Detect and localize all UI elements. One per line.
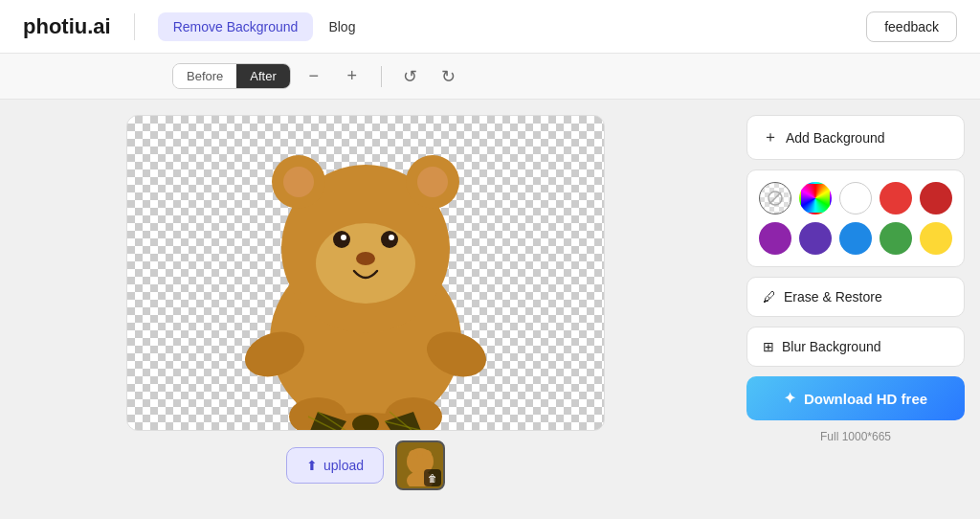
blur-icon: ⊞	[763, 339, 774, 354]
zoom-in-button[interactable]: +	[337, 61, 368, 92]
remove-background-button[interactable]: Remove Background	[158, 12, 314, 41]
color-green-swatch[interactable]	[880, 222, 912, 255]
color-white-swatch[interactable]	[839, 182, 872, 214]
trash-icon: 🗑	[428, 473, 437, 484]
color-purple-swatch[interactable]	[759, 222, 791, 255]
color-yellow-swatch[interactable]	[920, 222, 952, 255]
svg-point-15	[356, 252, 375, 265]
sparkle-icon: ✦	[784, 390, 796, 407]
logo: photiu.ai	[23, 14, 111, 39]
erase-restore-button[interactable]: 🖊 Erase & Restore	[746, 277, 965, 317]
canvas-area: ⬆ upload 🗑	[0, 100, 731, 519]
blur-background-button[interactable]: ⊞ Blur Background	[746, 327, 965, 367]
main-area: ⬆ upload 🗑 ＋ Add Background	[0, 100, 980, 519]
image-thumbnail[interactable]: 🗑	[395, 440, 445, 490]
blog-button[interactable]: Blog	[328, 19, 355, 34]
svg-point-9	[417, 167, 448, 197]
bottom-bar: ⬆ upload 🗑	[271, 431, 460, 500]
tab-after[interactable]: After	[236, 64, 289, 88]
color-row-2	[759, 222, 952, 255]
none-icon	[768, 191, 783, 206]
color-red-swatch[interactable]	[880, 182, 912, 214]
toolbar: Before After − + ↺ ↻	[0, 54, 980, 100]
header: photiu.ai Remove Background Blog feedbac…	[0, 0, 980, 54]
add-background-label: Add Background	[786, 130, 885, 146]
right-panel: ＋ Add Background	[731, 100, 980, 519]
color-none-swatch[interactable]	[759, 182, 791, 214]
feedback-button[interactable]: feedback	[866, 11, 957, 42]
color-rainbow-swatch[interactable]	[799, 182, 832, 214]
add-background-button[interactable]: ＋ Add Background	[746, 115, 965, 160]
svg-point-7	[283, 167, 314, 197]
resolution-text: Full 1000*665	[746, 430, 965, 443]
svg-point-12	[341, 235, 346, 240]
redo-icon: ↻	[441, 66, 456, 87]
undo-icon: ↺	[403, 66, 417, 87]
redo-button[interactable]: ↻	[434, 61, 464, 92]
image-canvas	[126, 115, 605, 431]
teddy-bear-image	[212, 115, 519, 431]
svg-point-14	[389, 235, 394, 240]
tab-before[interactable]: Before	[173, 64, 236, 88]
color-palette	[746, 169, 965, 267]
color-dark-purple-swatch[interactable]	[799, 222, 832, 255]
toolbar-separator	[381, 66, 382, 87]
upload-icon: ⬆	[306, 458, 318, 473]
color-row-1	[759, 182, 952, 214]
plus-icon: +	[347, 66, 358, 86]
delete-thumbnail-button[interactable]: 🗑	[424, 469, 441, 486]
header-divider	[134, 13, 135, 40]
svg-point-26	[409, 450, 418, 460]
blur-background-label: Blur Background	[782, 339, 881, 354]
svg-line-29	[769, 192, 781, 204]
eraser-icon: 🖊	[763, 289, 776, 305]
undo-button[interactable]: ↺	[395, 61, 426, 92]
download-hd-button[interactable]: ✦ Download HD free	[746, 376, 965, 420]
color-blue-swatch[interactable]	[839, 222, 872, 255]
download-label: Download HD free	[804, 391, 927, 407]
svg-point-27	[422, 450, 432, 460]
color-crimson-swatch[interactable]	[920, 182, 952, 214]
upload-button[interactable]: ⬆ upload	[286, 447, 384, 484]
plus-circle-icon: ＋	[763, 127, 778, 147]
erase-restore-label: Erase & Restore	[784, 289, 882, 305]
upload-label: upload	[323, 458, 364, 473]
zoom-out-button[interactable]: −	[299, 61, 329, 92]
minus-icon: −	[309, 66, 320, 86]
before-after-tabs: Before After	[172, 63, 291, 89]
